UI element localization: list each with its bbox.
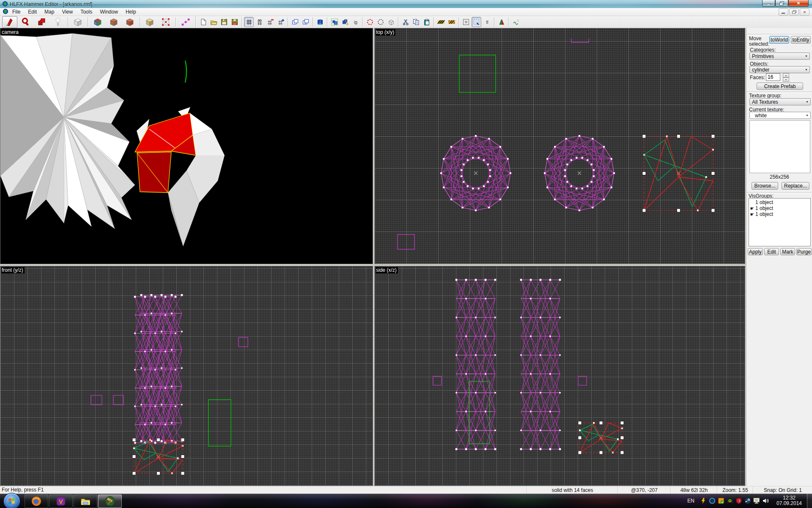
block-tool-button[interactable] — [70, 16, 85, 28]
hide-selected-button[interactable] — [365, 17, 375, 27]
block-tool-icon — [73, 17, 83, 27]
paste-button[interactable] — [422, 17, 431, 27]
menu-help[interactable]: Help — [122, 8, 140, 15]
taskbar-app-hammer[interactable] — [98, 494, 122, 508]
purge-button[interactable]: Purge — [796, 248, 812, 255]
export-map-button[interactable]: MAP — [230, 17, 239, 27]
magnify-tool-button[interactable] — [18, 16, 33, 28]
faces-spinner[interactable]: ▲ ▼ — [783, 73, 789, 81]
minimize-button[interactable] — [762, 0, 775, 7]
spinner-up-icon[interactable]: ▲ — [783, 73, 789, 77]
start-button[interactable] — [3, 493, 20, 508]
split-face-button[interactable] — [497, 17, 506, 27]
tray-steam-icon[interactable] — [744, 497, 751, 505]
entity-tool-button[interactable] — [50, 16, 66, 28]
to-entity-button[interactable]: toEntity — [791, 36, 811, 44]
replace-button[interactable]: Replace... — [782, 182, 809, 190]
tray-nvidia-icon[interactable] — [726, 497, 733, 505]
objects-dropdown[interactable]: cylinder ▼ — [749, 66, 810, 73]
svg-text:MAP: MAP — [233, 23, 237, 25]
clock[interactable]: 12:32 07.09.2014 — [773, 495, 805, 506]
current-texture-dropdown[interactable]: white ▼ — [749, 112, 811, 119]
viewport-camera[interactable]: camera — [0, 28, 373, 264]
smaller-grid-button[interactable] — [265, 17, 275, 27]
save-file-button[interactable] — [219, 17, 229, 27]
viewport-side-label[interactable]: side (x/z) — [376, 267, 398, 273]
edit-button[interactable]: Edit — [764, 248, 779, 255]
menu-tools[interactable]: Tools — [77, 8, 96, 15]
carve-button[interactable] — [329, 17, 339, 27]
visgroup-item[interactable]: 1 object — [749, 199, 810, 205]
visgroup-item[interactable]: ☛1 object — [749, 211, 810, 217]
workspace: camera top (x/y) front (y/z) side (x/z) … — [0, 28, 812, 486]
close-button[interactable]: ✕ — [788, 0, 809, 7]
path-tool-button[interactable] — [178, 16, 193, 28]
unhide-button[interactable] — [386, 17, 396, 27]
save-window-state-button[interactable]: s — [301, 17, 310, 27]
tray-checkpoint-icon[interactable] — [717, 497, 724, 505]
viewport-camera-label[interactable]: camera — [1, 29, 20, 36]
menu-map[interactable]: Map — [41, 8, 58, 15]
create-prefab-button[interactable]: Create Prefab — [757, 83, 803, 90]
tray-winamp-icon[interactable] — [700, 497, 707, 505]
goto-brush-button[interactable] — [315, 17, 325, 27]
apply-texture-tool-button[interactable] — [106, 16, 121, 28]
cut-button[interactable] — [401, 17, 410, 27]
texture-cube-tool-button[interactable] — [90, 16, 105, 28]
apply-button[interactable]: Apply — [748, 248, 763, 255]
toggle-3d-grid-button[interactable]: 3D — [255, 17, 264, 27]
select-box-button[interactable] — [472, 17, 481, 27]
vertex-tool-button[interactable] — [158, 16, 173, 28]
maximize-button[interactable] — [775, 0, 788, 7]
viewport-front[interactable]: front (y/z) — [0, 266, 373, 486]
viewport-top[interactable]: top (x/y) — [374, 28, 745, 264]
language-indicator[interactable]: EN — [687, 498, 694, 504]
cordon-toggle-button[interactable] — [447, 17, 456, 27]
viewport-top-label[interactable]: top (x/y) — [376, 29, 395, 36]
open-file-button[interactable] — [208, 17, 218, 27]
sp-tool-button[interactable] — [511, 17, 521, 27]
browse-button[interactable]: Browse... — [752, 182, 778, 190]
texture-lock-button[interactable]: tl — [482, 17, 492, 27]
select-touching-button[interactable] — [461, 17, 471, 27]
menu-window[interactable]: Window — [96, 8, 122, 15]
menu-edit[interactable]: Edit — [24, 8, 41, 15]
mdi-close-button[interactable]: ✕ — [800, 8, 809, 16]
load-window-state-button[interactable] — [290, 17, 300, 27]
texture-group-dropdown[interactable]: All Textures ▼ — [749, 98, 811, 105]
to-world-button[interactable]: toWorld — [769, 36, 789, 44]
menu-file[interactable]: File — [8, 8, 24, 15]
visgroup-item[interactable]: ☛1 object — [749, 205, 810, 211]
apply-decal-tool-button[interactable] — [122, 16, 137, 28]
ignore-groups-button[interactable]: ig — [351, 17, 360, 27]
tray-max-knot-icon[interactable] — [708, 497, 716, 505]
viewport-side[interactable]: side (x/z) — [374, 266, 745, 486]
viewport-front-label[interactable]: front (y/z) — [1, 267, 25, 273]
larger-grid-button[interactable] — [276, 17, 285, 27]
show-desktop-button[interactable] — [807, 494, 812, 508]
tray-gpu-meter-icon[interactable]: 99 — [753, 497, 760, 505]
title-bar[interactable]: HLFX Hammer Editor - [arkanos.rmf] ✕ — [0, 0, 812, 8]
toggle-grid-button[interactable] — [244, 17, 254, 27]
mark-button[interactable]: Mark — [780, 248, 795, 255]
hide-unselected-button[interactable] — [376, 17, 385, 27]
taskbar-app-v-gear[interactable]: V — [49, 494, 73, 508]
tray-volume-icon[interactable] — [762, 497, 769, 505]
menu-view[interactable]: View — [58, 8, 77, 15]
visgroups-list[interactable]: 1 object☛1 object☛1 object — [749, 198, 811, 246]
taskbar-app-explorer[interactable] — [74, 494, 97, 508]
mdi-minimize-button[interactable] — [779, 8, 788, 16]
faces-input[interactable] — [766, 73, 780, 81]
new-file-button[interactable] — [198, 17, 208, 27]
categories-dropdown[interactable]: Primitives ▼ — [749, 52, 810, 60]
camera-tool-button[interactable] — [34, 16, 49, 28]
mdi-restore-button[interactable] — [789, 8, 799, 16]
tray-shield-icon[interactable] — [735, 497, 742, 505]
copy-button[interactable] — [411, 17, 421, 27]
taskbar-app-firefox[interactable] — [25, 494, 48, 508]
spinner-down-icon[interactable]: ▼ — [783, 77, 789, 82]
group-button[interactable] — [340, 17, 350, 27]
selection-tool-button[interactable] — [2, 16, 17, 28]
clip-tool-button[interactable] — [142, 16, 157, 28]
cordon-edit-button[interactable] — [436, 17, 446, 27]
